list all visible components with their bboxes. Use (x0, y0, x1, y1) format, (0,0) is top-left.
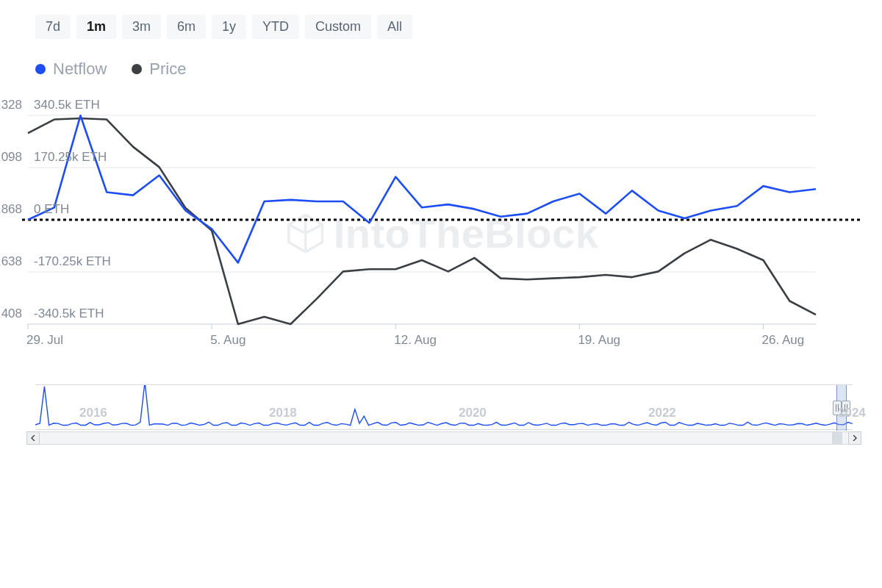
legend-item-netflow[interactable]: Netflow (35, 60, 107, 79)
y-left-tick: 170.25k ETH (34, 150, 107, 165)
x-tick: 29. Jul (26, 333, 63, 348)
chevron-left-icon (31, 435, 35, 441)
x-tick: 12. Aug (394, 333, 437, 348)
chart-legend: Netflow Price (0, 60, 882, 79)
y-right-tick: $2,868 (0, 202, 22, 217)
range-1y-button[interactable]: 1y (212, 15, 246, 39)
y-left-tick: 340.5k ETH (34, 98, 100, 112)
scroll-left-button[interactable] (26, 431, 40, 445)
navigator-scrollbar[interactable] (26, 431, 861, 445)
navigator-year-label: 2018 (269, 406, 297, 420)
range-custom-button[interactable]: Custom (305, 15, 371, 39)
range-3m-button[interactable]: 3m (122, 15, 161, 39)
circle-icon (132, 64, 142, 74)
y-left-tick: -340.5k ETH (34, 306, 104, 321)
scroll-thumb[interactable] (832, 432, 842, 444)
navigator-year-label: 2024 (838, 406, 866, 420)
legend-label-price: Price (149, 60, 186, 79)
main-chart[interactable]: IntoTheBlock 340.5k ETH170.25k ETH0 ETH-… (22, 108, 860, 358)
navigator-year-label: 2016 (79, 406, 107, 420)
range-all-button[interactable]: All (377, 15, 412, 39)
navigator-year-label: 2020 (459, 406, 487, 420)
y-right-tick: $3,328 (0, 98, 22, 112)
x-tick: 19. Aug (578, 333, 620, 348)
y-right-tick: $3,098 (0, 150, 22, 165)
scroll-track[interactable] (40, 431, 848, 445)
y-right-tick: $2,638 (0, 254, 22, 269)
chart-svg (22, 108, 860, 358)
time-range-selector: 7d1m3m6m1yYTDCustomAll (0, 15, 882, 39)
legend-item-price[interactable]: Price (132, 60, 186, 79)
x-tick: 5. Aug (210, 333, 245, 348)
range-6m-button[interactable]: 6m (167, 15, 206, 39)
y-left-tick: 0 ETH (34, 202, 69, 217)
circle-icon (35, 64, 46, 74)
range-1m-button[interactable]: 1m (76, 15, 116, 39)
scroll-right-button[interactable] (848, 431, 861, 445)
navigator-year-label: 2022 (648, 406, 676, 420)
x-tick: 26. Aug (762, 333, 805, 348)
range-7d-button[interactable]: 7d (35, 15, 71, 39)
legend-label-netflow: Netflow (53, 60, 107, 79)
navigator-plot[interactable]: 20162018202020222024 (35, 384, 853, 430)
range-ytd-button[interactable]: YTD (252, 15, 299, 39)
time-navigator[interactable]: 20162018202020222024 (26, 384, 861, 458)
navigator-svg (35, 385, 853, 431)
y-right-tick: $2,408 (0, 306, 22, 321)
chevron-right-icon (853, 435, 857, 441)
y-left-tick: -170.25k ETH (34, 254, 111, 269)
